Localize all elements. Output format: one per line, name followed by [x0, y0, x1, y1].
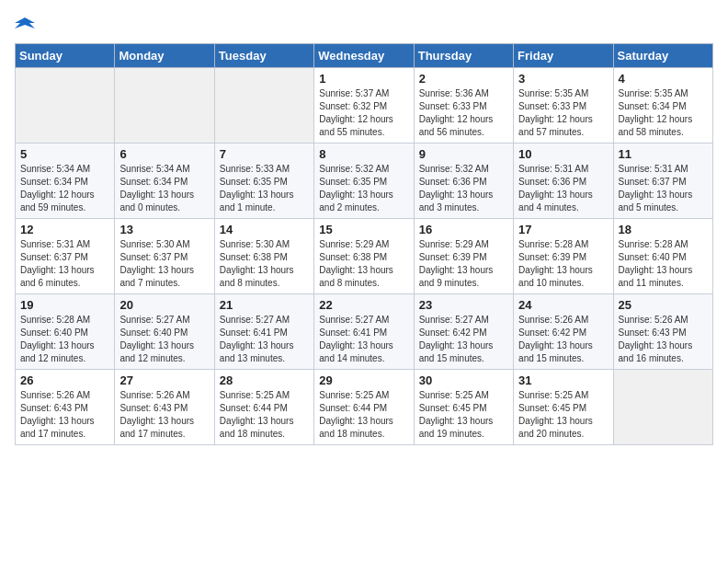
- day-info: Sunrise: 5:27 AM Sunset: 6:42 PM Dayligh…: [419, 314, 508, 365]
- day-info: Sunrise: 5:35 AM Sunset: 6:34 PM Dayligh…: [619, 87, 708, 139]
- calendar-cell: 9Sunrise: 5:32 AM Sunset: 6:36 PM Daylig…: [414, 143, 513, 218]
- day-number: 25: [619, 298, 708, 312]
- day-info: Sunrise: 5:27 AM Sunset: 6:41 PM Dayligh…: [220, 314, 309, 365]
- logo: [15, 15, 35, 36]
- day-number: 28: [220, 373, 309, 387]
- day-number: 22: [319, 298, 408, 312]
- calendar-cell: 25Sunrise: 5:26 AM Sunset: 6:43 PM Dayli…: [613, 293, 712, 369]
- day-info: Sunrise: 5:34 AM Sunset: 6:34 PM Dayligh…: [20, 163, 109, 214]
- day-number: 8: [319, 147, 408, 161]
- day-info: Sunrise: 5:28 AM Sunset: 6:40 PM Dayligh…: [20, 314, 109, 365]
- day-info: Sunrise: 5:32 AM Sunset: 6:35 PM Dayligh…: [319, 163, 408, 214]
- day-number: 18: [619, 223, 708, 236]
- day-number: 27: [119, 373, 209, 387]
- day-info: Sunrise: 5:26 AM Sunset: 6:43 PM Dayligh…: [619, 314, 708, 365]
- day-info: Sunrise: 5:31 AM Sunset: 6:36 PM Dayligh…: [518, 163, 608, 214]
- calendar-header-row: SundayMondayTuesdayWednesdayThursdayFrid…: [16, 43, 713, 67]
- day-info: Sunrise: 5:33 AM Sunset: 6:35 PM Dayligh…: [220, 163, 309, 214]
- day-info: Sunrise: 5:30 AM Sunset: 6:38 PM Dayligh…: [220, 238, 309, 290]
- day-info: Sunrise: 5:37 AM Sunset: 6:32 PM Dayligh…: [319, 87, 408, 139]
- day-number: 14: [220, 223, 309, 236]
- day-number: 11: [619, 147, 708, 161]
- day-info: Sunrise: 5:34 AM Sunset: 6:34 PM Dayligh…: [119, 163, 209, 214]
- header-thursday: Thursday: [414, 43, 513, 67]
- day-number: 26: [20, 373, 109, 387]
- day-number: 17: [518, 223, 608, 236]
- day-info: Sunrise: 5:26 AM Sunset: 6:43 PM Dayligh…: [119, 389, 209, 441]
- day-info: Sunrise: 5:31 AM Sunset: 6:37 PM Dayligh…: [20, 238, 109, 290]
- day-info: Sunrise: 5:36 AM Sunset: 6:33 PM Dayligh…: [419, 87, 508, 139]
- day-number: 3: [518, 72, 608, 86]
- calendar-week-row: 26Sunrise: 5:26 AM Sunset: 6:43 PM Dayli…: [16, 369, 713, 444]
- header-friday: Friday: [514, 43, 613, 67]
- day-info: Sunrise: 5:29 AM Sunset: 6:38 PM Dayligh…: [319, 238, 408, 290]
- header-saturday: Saturday: [613, 43, 712, 67]
- header-wednesday: Wednesday: [314, 43, 414, 67]
- day-number: 16: [419, 223, 508, 236]
- calendar-week-row: 1Sunrise: 5:37 AM Sunset: 6:32 PM Daylig…: [16, 67, 713, 143]
- svg-marker-0: [15, 17, 35, 29]
- calendar-cell: 16Sunrise: 5:29 AM Sunset: 6:39 PM Dayli…: [414, 218, 513, 293]
- day-number: 2: [419, 72, 508, 86]
- day-number: 12: [20, 223, 109, 236]
- header: [15, 15, 713, 36]
- calendar-cell: 17Sunrise: 5:28 AM Sunset: 6:39 PM Dayli…: [514, 218, 613, 293]
- calendar-cell: 4Sunrise: 5:35 AM Sunset: 6:34 PM Daylig…: [613, 67, 712, 143]
- calendar-cell: 5Sunrise: 5:34 AM Sunset: 6:34 PM Daylig…: [16, 143, 115, 218]
- day-number: 13: [119, 223, 209, 236]
- calendar-cell: 24Sunrise: 5:26 AM Sunset: 6:42 PM Dayli…: [514, 293, 613, 369]
- day-number: 31: [518, 373, 608, 387]
- calendar-cell: 7Sunrise: 5:33 AM Sunset: 6:35 PM Daylig…: [214, 143, 313, 218]
- day-number: 23: [419, 298, 508, 312]
- calendar-cell: 20Sunrise: 5:27 AM Sunset: 6:40 PM Dayli…: [115, 293, 214, 369]
- calendar-cell: 23Sunrise: 5:27 AM Sunset: 6:42 PM Dayli…: [414, 293, 513, 369]
- header-tuesday: Tuesday: [214, 43, 313, 67]
- calendar-cell: [16, 67, 115, 143]
- calendar-cell: [214, 67, 313, 143]
- day-info: Sunrise: 5:27 AM Sunset: 6:40 PM Dayligh…: [119, 314, 209, 365]
- day-info: Sunrise: 5:30 AM Sunset: 6:37 PM Dayligh…: [119, 238, 209, 290]
- day-info: Sunrise: 5:32 AM Sunset: 6:36 PM Dayligh…: [419, 163, 508, 214]
- calendar-cell: 30Sunrise: 5:25 AM Sunset: 6:45 PM Dayli…: [414, 369, 513, 444]
- calendar-cell: 13Sunrise: 5:30 AM Sunset: 6:37 PM Dayli…: [115, 218, 214, 293]
- calendar-cell: 3Sunrise: 5:35 AM Sunset: 6:33 PM Daylig…: [514, 67, 613, 143]
- calendar-cell: 6Sunrise: 5:34 AM Sunset: 6:34 PM Daylig…: [115, 143, 214, 218]
- day-info: Sunrise: 5:25 AM Sunset: 6:44 PM Dayligh…: [319, 389, 408, 441]
- day-info: Sunrise: 5:26 AM Sunset: 6:42 PM Dayligh…: [518, 314, 608, 365]
- header-monday: Monday: [115, 43, 214, 67]
- day-info: Sunrise: 5:28 AM Sunset: 6:40 PM Dayligh…: [619, 238, 708, 290]
- calendar-cell: 10Sunrise: 5:31 AM Sunset: 6:36 PM Dayli…: [514, 143, 613, 218]
- calendar-table: SundayMondayTuesdayWednesdayThursdayFrid…: [15, 43, 713, 445]
- calendar-cell: [115, 67, 214, 143]
- day-number: 19: [20, 298, 109, 312]
- day-number: 21: [220, 298, 309, 312]
- calendar-cell: 14Sunrise: 5:30 AM Sunset: 6:38 PM Dayli…: [214, 218, 313, 293]
- day-info: Sunrise: 5:25 AM Sunset: 6:45 PM Dayligh…: [419, 389, 508, 441]
- calendar-cell: 8Sunrise: 5:32 AM Sunset: 6:35 PM Daylig…: [314, 143, 414, 218]
- calendar-cell: 2Sunrise: 5:36 AM Sunset: 6:33 PM Daylig…: [414, 67, 513, 143]
- day-number: 9: [419, 147, 508, 161]
- calendar-cell: 22Sunrise: 5:27 AM Sunset: 6:41 PM Dayli…: [314, 293, 414, 369]
- calendar-cell: 29Sunrise: 5:25 AM Sunset: 6:44 PM Dayli…: [314, 369, 414, 444]
- calendar-cell: 21Sunrise: 5:27 AM Sunset: 6:41 PM Dayli…: [214, 293, 313, 369]
- calendar-cell: 15Sunrise: 5:29 AM Sunset: 6:38 PM Dayli…: [314, 218, 414, 293]
- calendar-cell: 1Sunrise: 5:37 AM Sunset: 6:32 PM Daylig…: [314, 67, 414, 143]
- calendar-cell: 31Sunrise: 5:25 AM Sunset: 6:45 PM Dayli…: [514, 369, 613, 444]
- day-info: Sunrise: 5:35 AM Sunset: 6:33 PM Dayligh…: [518, 87, 608, 139]
- day-info: Sunrise: 5:26 AM Sunset: 6:43 PM Dayligh…: [20, 389, 109, 441]
- calendar-cell: 28Sunrise: 5:25 AM Sunset: 6:44 PM Dayli…: [214, 369, 313, 444]
- logo-bird-icon: [15, 16, 35, 36]
- day-number: 15: [319, 223, 408, 236]
- day-number: 10: [518, 147, 608, 161]
- logo-text: [15, 15, 35, 36]
- day-info: Sunrise: 5:27 AM Sunset: 6:41 PM Dayligh…: [319, 314, 408, 365]
- calendar-cell: 27Sunrise: 5:26 AM Sunset: 6:43 PM Dayli…: [115, 369, 214, 444]
- day-info: Sunrise: 5:31 AM Sunset: 6:37 PM Dayligh…: [619, 163, 708, 214]
- calendar-cell: 11Sunrise: 5:31 AM Sunset: 6:37 PM Dayli…: [613, 143, 712, 218]
- day-number: 30: [419, 373, 508, 387]
- day-number: 1: [319, 72, 408, 86]
- calendar-week-row: 19Sunrise: 5:28 AM Sunset: 6:40 PM Dayli…: [16, 293, 713, 369]
- day-info: Sunrise: 5:29 AM Sunset: 6:39 PM Dayligh…: [419, 238, 508, 290]
- day-number: 24: [518, 298, 608, 312]
- day-info: Sunrise: 5:25 AM Sunset: 6:44 PM Dayligh…: [220, 389, 309, 441]
